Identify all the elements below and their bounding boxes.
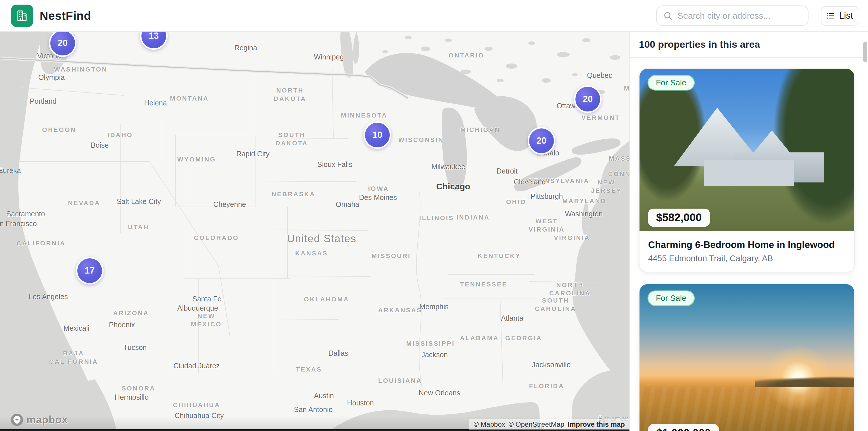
- mapbox-logo[interactable]: mapbox: [10, 413, 68, 426]
- price-badge: $582,000: [648, 209, 710, 227]
- search-bar[interactable]: [656, 5, 808, 26]
- app-header: NestFind List: [0, 0, 868, 32]
- cluster-marker[interactable]: 17: [76, 257, 103, 284]
- attribution-osm-link[interactable]: © OpenStreetMap: [509, 420, 564, 428]
- building-icon: [15, 9, 29, 23]
- map-canvas[interactable]: WASHINGTONMONTANAOREGONIDAHOWYOMINGNORTH…: [0, 32, 629, 431]
- results-panel: 100 properties in this area For Sale $58…: [629, 32, 868, 431]
- card-info: Charming 6-Bedroom Home in Inglewood 445…: [640, 231, 854, 272]
- results-count: 100 properties in this area: [639, 39, 760, 50]
- mapbox-wordmark: mapbox: [26, 414, 68, 426]
- property-card[interactable]: For Sale $1,000,000: [639, 284, 855, 431]
- search-input[interactable]: [677, 11, 802, 21]
- list-view-button[interactable]: List: [821, 6, 858, 26]
- cluster-marker[interactable]: 20: [528, 127, 555, 155]
- list-button-label: List: [839, 11, 853, 21]
- property-image: For Sale $582,000: [640, 69, 854, 231]
- price-badge: $1,000,000: [648, 424, 719, 431]
- mapbox-pin-icon: [10, 413, 24, 426]
- map-attribution: © Mapbox © OpenStreetMap Improve this ma…: [469, 419, 629, 430]
- map-water-art: [0, 32, 629, 431]
- search-icon: [663, 11, 673, 21]
- property-card[interactable]: For Sale $582,000 Charming 6-Bedroom Hom…: [639, 68, 855, 272]
- results-header: 100 properties in this area: [630, 32, 868, 58]
- card-title: Charming 6-Bedroom Home in Inglewood: [648, 239, 845, 251]
- card-address: 4455 Edmonton Trail, Calgary, AB: [648, 254, 845, 263]
- cluster-marker[interactable]: 20: [574, 85, 601, 113]
- property-list: For Sale $582,000 Charming 6-Bedroom Hom…: [630, 68, 868, 431]
- for-sale-badge: For Sale: [648, 290, 695, 306]
- app-logo: [11, 5, 33, 27]
- page-title: NestFind: [40, 0, 91, 32]
- cluster-marker[interactable]: 10: [364, 121, 391, 149]
- improve-map-link[interactable]: Improve this map: [568, 420, 625, 428]
- property-image: For Sale $1,000,000: [640, 284, 854, 431]
- for-sale-badge: For Sale: [648, 75, 695, 91]
- panel-scrollbar-thumb[interactable]: [863, 42, 867, 62]
- attribution-mapbox-link[interactable]: © Mapbox: [474, 420, 505, 428]
- list-icon: [826, 11, 835, 21]
